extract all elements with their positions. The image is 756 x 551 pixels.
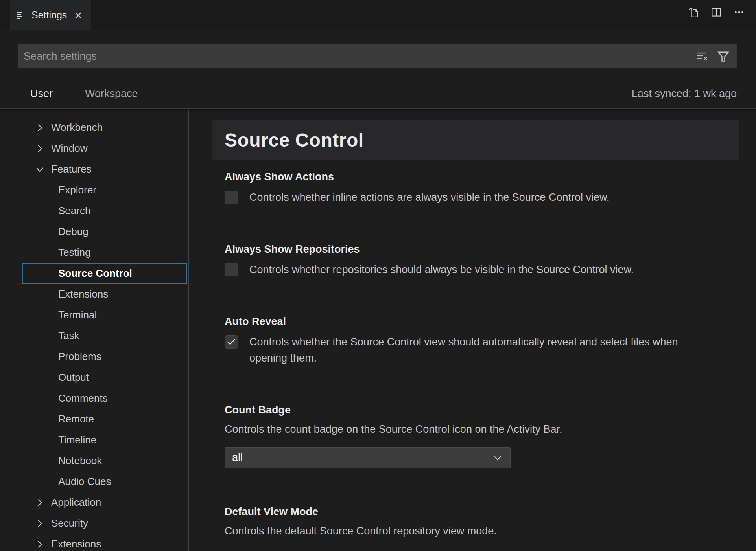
category-header: Source Control bbox=[212, 120, 739, 160]
toc-item-label: Window bbox=[51, 142, 87, 154]
settings-tab[interactable]: Settings bbox=[10, 0, 91, 30]
settings-body: WorkbenchWindowFeaturesExplorerSearchDeb… bbox=[0, 109, 756, 551]
toc-item-source-control[interactable]: Source Control bbox=[0, 263, 188, 284]
toc-item-audio-cues[interactable]: Audio Cues bbox=[0, 471, 188, 492]
scope-tab-user[interactable]: User bbox=[22, 79, 61, 109]
search-placeholder: Search settings bbox=[24, 50, 694, 62]
clear-settings-search-icon[interactable] bbox=[694, 48, 710, 64]
setting-description: Controls whether the Source Control view… bbox=[249, 334, 690, 366]
toc-item-label: Timeline bbox=[58, 434, 96, 446]
toc-item-label: Testing bbox=[58, 246, 90, 259]
checkbox-checked[interactable] bbox=[225, 335, 238, 349]
toc-item-label: Remote bbox=[58, 413, 94, 425]
setting-description: Controls the count badge on the Source C… bbox=[225, 421, 665, 437]
toc-item-window[interactable]: Window bbox=[0, 138, 188, 159]
settings-editor-icon bbox=[16, 10, 26, 20]
toc-item-explorer[interactable]: Explorer bbox=[0, 180, 188, 200]
setting-always-show-actions: Always Show ActionsControls whether inli… bbox=[225, 170, 739, 206]
settings-header: UserWorkspace Last synced: 1 wk ago bbox=[0, 79, 756, 109]
toc-item-label: Notebook bbox=[58, 455, 102, 467]
chevron-right-icon[interactable] bbox=[35, 143, 51, 154]
open-settings-json-icon[interactable] bbox=[687, 6, 700, 19]
setting-title: Always Show Actions bbox=[225, 170, 739, 184]
toc-item-label: Problems bbox=[58, 351, 101, 363]
toc-item-label: Extensions bbox=[58, 288, 108, 300]
count-badge-select[interactable]: all bbox=[225, 447, 511, 468]
setting-title: Count Badge bbox=[225, 403, 739, 417]
toc-item-application[interactable]: Application bbox=[0, 492, 188, 513]
toc-item-label: Application bbox=[51, 496, 101, 509]
toc-item-task[interactable]: Task bbox=[0, 325, 188, 346]
toc-item-output[interactable]: Output bbox=[0, 367, 188, 388]
toc-item-label: Terminal bbox=[58, 309, 97, 321]
chevron-down-icon[interactable] bbox=[35, 164, 51, 174]
toc-item-label: Comments bbox=[58, 392, 108, 404]
toc-item-features[interactable]: Features bbox=[0, 159, 188, 180]
toc-item-notebook[interactable]: Notebook bbox=[0, 450, 188, 471]
chevron-right-icon[interactable] bbox=[35, 539, 51, 549]
toc-item-testing[interactable]: Testing bbox=[0, 242, 188, 263]
last-synced-label: Last synced: 1 wk ago bbox=[632, 79, 737, 109]
checkbox-unchecked[interactable] bbox=[225, 263, 238, 276]
chevron-right-icon[interactable] bbox=[35, 518, 51, 529]
settings-content: Source Control Always Show ActionsContro… bbox=[190, 109, 756, 551]
split-editor-icon[interactable] bbox=[710, 6, 723, 19]
toc-item-label: Explorer bbox=[58, 184, 96, 196]
toc-item-label: Audio Cues bbox=[58, 476, 111, 488]
toc-item-label: Task bbox=[58, 330, 79, 342]
toc-item-terminal[interactable]: Terminal bbox=[0, 305, 188, 325]
editor-actions bbox=[687, 0, 746, 24]
setting-count-badge: Count BadgeControls the count badge on t… bbox=[225, 403, 739, 468]
setting-title: Default View Mode bbox=[225, 505, 739, 518]
toc-item-label: Search bbox=[58, 205, 90, 217]
chevron-right-icon[interactable] bbox=[35, 498, 51, 508]
setting-always-show-repositories: Always Show RepositoriesControls whether… bbox=[225, 242, 739, 278]
setting-default-view-mode: Default View ModeControls the default So… bbox=[225, 505, 739, 539]
scope-tab-workspace[interactable]: Workspace bbox=[77, 79, 146, 109]
toc-item-label: Workbench bbox=[51, 121, 103, 134]
toc-item-problems[interactable]: Problems bbox=[0, 346, 188, 367]
category-title: Source Control bbox=[225, 129, 364, 151]
toc-item-extensions[interactable]: Extensions bbox=[0, 534, 188, 551]
setting-auto-reveal: Auto RevealControls whether the Source C… bbox=[225, 315, 739, 366]
toc-item-label: Source Control bbox=[58, 267, 132, 279]
toc-item-remote[interactable]: Remote bbox=[0, 409, 188, 430]
settings-toc: WorkbenchWindowFeaturesExplorerSearchDeb… bbox=[0, 109, 189, 551]
chevron-right-icon[interactable] bbox=[35, 123, 51, 133]
setting-title: Auto Reveal bbox=[225, 315, 739, 328]
chevron-down-icon bbox=[492, 452, 503, 463]
filter-icon[interactable] bbox=[715, 48, 731, 64]
toc-item-security[interactable]: Security bbox=[0, 513, 188, 534]
setting-description: Controls whether inline actions are alwa… bbox=[249, 189, 609, 206]
toc-item-label: Features bbox=[51, 163, 92, 175]
toc-item-label: Output bbox=[58, 371, 89, 384]
select-value: all bbox=[232, 452, 492, 464]
toc-item-label: Extensions bbox=[51, 538, 101, 550]
tab-title: Settings bbox=[31, 9, 67, 21]
close-icon[interactable] bbox=[72, 9, 84, 21]
toc-item-label: Security bbox=[51, 517, 88, 529]
toc-item-timeline[interactable]: Timeline bbox=[0, 430, 188, 450]
toc-item-search[interactable]: Search bbox=[0, 200, 188, 221]
checkbox-unchecked[interactable] bbox=[225, 191, 238, 204]
toc-item-workbench[interactable]: Workbench bbox=[0, 117, 188, 138]
editor-tab-bar: Settings bbox=[0, 0, 756, 30]
toc-item-extensions[interactable]: Extensions bbox=[0, 284, 188, 305]
toc-item-label: Debug bbox=[58, 226, 89, 238]
toc-item-debug[interactable]: Debug bbox=[0, 221, 188, 242]
more-actions-icon[interactable] bbox=[732, 6, 746, 19]
setting-description: Controls the default Source Control repo… bbox=[225, 523, 665, 539]
toc-item-comments[interactable]: Comments bbox=[0, 388, 188, 409]
settings-search-input[interactable]: Search settings bbox=[18, 44, 737, 68]
setting-title: Always Show Repositories bbox=[225, 242, 739, 256]
setting-description: Controls whether repositories should alw… bbox=[249, 262, 634, 278]
